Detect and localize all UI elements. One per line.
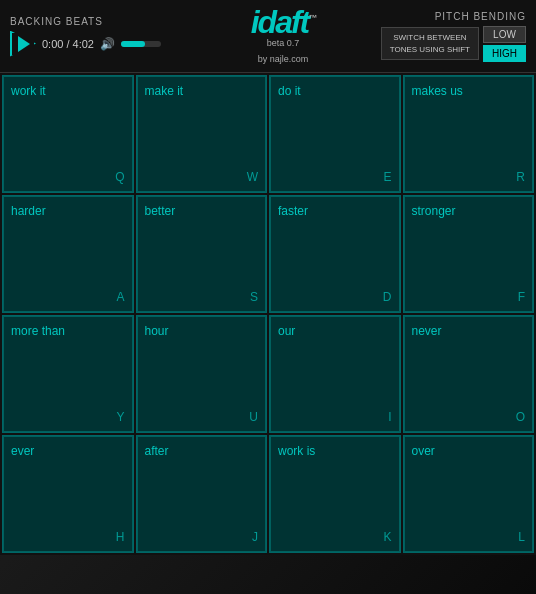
pad-label: over [412, 444, 526, 458]
pad-k[interactable]: work is K [269, 435, 401, 553]
pad-label: stronger [412, 204, 526, 218]
najle-text: by najle.com [258, 54, 309, 64]
backing-beats-label: BACKING BEATS [10, 16, 103, 27]
pad-label: work it [11, 84, 125, 98]
pad-label: makes us [412, 84, 526, 98]
pad-label: after [145, 444, 259, 458]
pitch-bending-section: PITCH BENDING SWITCH BETWEEN TONES USING… [376, 11, 526, 62]
pad-key: Y [116, 410, 124, 424]
volume-fill [121, 41, 145, 47]
logo: idaft™ [190, 6, 376, 38]
pad-f[interactable]: stronger F [403, 195, 535, 313]
pad-label: work is [278, 444, 392, 458]
pad-key: O [516, 410, 525, 424]
pad-key: U [249, 410, 258, 424]
pad-key: E [383, 170, 391, 184]
pad-d[interactable]: faster D [269, 195, 401, 313]
pad-label: faster [278, 204, 392, 218]
pad-e[interactable]: do it E [269, 75, 401, 193]
play-icon [18, 36, 30, 52]
pad-label: hour [145, 324, 259, 338]
pad-a[interactable]: harder A [2, 195, 134, 313]
low-button[interactable]: LOW [483, 26, 526, 43]
beta-text: beta 0.7 [190, 38, 376, 48]
player-controls: 0:00 / 4:02 🔊 [10, 31, 161, 57]
pad-label: harder [11, 204, 125, 218]
logo-area: idaft™ beta 0.7 by najle.com [190, 6, 376, 66]
pitch-controls: SWITCH BETWEEN TONES USING SHIFT LOW HIG… [381, 26, 526, 62]
pad-grid: work it Q make it W do it E makes us R h… [0, 73, 536, 555]
pad-key: K [383, 530, 391, 544]
pad-o[interactable]: never O [403, 315, 535, 433]
pad-label: never [412, 324, 526, 338]
pad-label: do it [278, 84, 392, 98]
pad-key: F [518, 290, 525, 304]
shift-line2: TONES USING SHIFT [390, 44, 470, 55]
top-bar: BACKING BEATS 0:00 / 4:02 🔊 idaft™ beta … [0, 0, 536, 73]
pad-w[interactable]: make it W [136, 75, 268, 193]
pad-key: W [247, 170, 258, 184]
pad-y[interactable]: more than Y [2, 315, 134, 433]
pad-key: Q [115, 170, 124, 184]
shift-info-box: SWITCH BETWEEN TONES USING SHIFT [381, 27, 479, 59]
pad-q[interactable]: work it Q [2, 75, 134, 193]
pad-key: R [516, 170, 525, 184]
pad-key: H [116, 530, 125, 544]
pad-key: D [383, 290, 392, 304]
pad-label: ever [11, 444, 125, 458]
pad-h[interactable]: ever H [2, 435, 134, 553]
pitch-buttons: LOW HIGH [483, 26, 526, 62]
pad-key: S [250, 290, 258, 304]
pad-label: more than [11, 324, 125, 338]
pad-label: make it [145, 84, 259, 98]
pad-r[interactable]: makes us R [403, 75, 535, 193]
pad-i[interactable]: our I [269, 315, 401, 433]
pad-s[interactable]: better S [136, 195, 268, 313]
play-button[interactable] [10, 31, 36, 57]
pad-key: J [252, 530, 258, 544]
time-display: 0:00 / 4:02 [42, 38, 94, 50]
pad-key: L [518, 530, 525, 544]
pad-u[interactable]: hour U [136, 315, 268, 433]
high-button[interactable]: HIGH [483, 45, 526, 62]
pad-key: I [388, 410, 391, 424]
backing-beats-section: BACKING BEATS 0:00 / 4:02 🔊 [10, 16, 190, 57]
pad-key: A [116, 290, 124, 304]
volume-icon: 🔊 [100, 37, 115, 51]
shift-line1: SWITCH BETWEEN [390, 32, 470, 43]
pad-l[interactable]: over L [403, 435, 535, 553]
pad-label: better [145, 204, 259, 218]
volume-bar[interactable] [121, 41, 161, 47]
logo-text: idaft™ [251, 4, 316, 40]
pad-j[interactable]: after J [136, 435, 268, 553]
pad-label: our [278, 324, 392, 338]
pitch-bending-label: PITCH BENDING [435, 11, 526, 22]
